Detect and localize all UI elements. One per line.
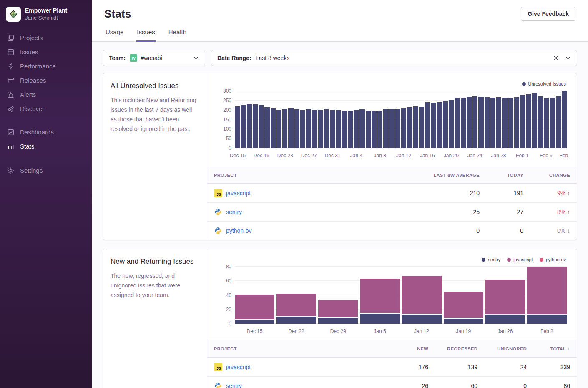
bar [508, 98, 513, 148]
arrow-up-icon: ↑ [567, 209, 570, 215]
sidebar-item-issues[interactable]: Issues [0, 45, 92, 59]
panel-new-returning-issues: New and Returning Issues The new, regres… [103, 249, 577, 388]
chevron-down-icon [565, 55, 571, 61]
org-logo-icon [9, 10, 18, 19]
project-cell: sentry [214, 203, 394, 221]
legend-dot [507, 258, 511, 262]
sidebar-item-performance[interactable]: Performance [0, 59, 92, 73]
x-axis: Dec 15Dec 22Dec 29Jan 5Jan 12Jan 19Jan 2… [235, 327, 567, 334]
y-tick-label: 0 [213, 146, 231, 151]
sidebar-item-stats[interactable]: Stats [0, 139, 92, 154]
org-switcher[interactable]: Empower Plant Jane Schmidt [0, 0, 92, 30]
bar-stack [485, 280, 525, 324]
project-link[interactable]: sentry [226, 209, 242, 215]
legend-label: python-ov [546, 257, 566, 262]
value-cell: 0 [477, 378, 527, 388]
value-cell: 339 [527, 359, 570, 375]
legend-item: python-ov [540, 257, 566, 262]
y-tick-label: 60 [213, 278, 231, 283]
bar-segment [527, 267, 567, 314]
bar [514, 97, 519, 148]
arrow-down-icon: ↓ [567, 227, 570, 234]
x-tick-label: Jan 8 [374, 153, 386, 159]
project-link[interactable]: javascript [226, 190, 251, 197]
bar [241, 105, 246, 148]
project-link[interactable]: sentry [226, 383, 242, 388]
value-cell: 191 [480, 185, 523, 202]
chevron-down-icon [193, 55, 199, 61]
project-link[interactable]: python-ov [226, 227, 251, 234]
sidebar-item-projects[interactable]: Projects [0, 31, 92, 45]
tab-issues[interactable]: Issues [136, 28, 155, 42]
change-cell: 9% ↑ [523, 185, 570, 202]
x-tick-label: Jan 4 [350, 153, 362, 159]
legend-item: javascript [507, 257, 533, 262]
bar-segment [318, 300, 358, 317]
project-link[interactable]: javascript [226, 364, 251, 370]
unresolved-issues-table: PROJECTLAST 8W AVERAGETODAYCHANGEJSjavas… [207, 167, 577, 240]
change-cell: 8% ↑ [523, 204, 570, 220]
app-root: Empower Plant Jane Schmidt ProjectsIssue… [0, 0, 588, 388]
filter-bar: Team: w #wasabi Date Range: Last 8 weeks [103, 50, 577, 66]
value-cell: 25 [394, 204, 480, 220]
bar [562, 91, 567, 148]
bar [395, 109, 400, 148]
x-tick-label: Jan 26 [485, 327, 525, 334]
legend-item: Unresolved Issues [522, 81, 566, 86]
bar [288, 108, 293, 148]
tab-usage[interactable]: Usage [105, 28, 124, 42]
bar [556, 96, 561, 148]
bar-segment [235, 320, 274, 324]
sidebar-item-alerts[interactable]: Alerts [0, 88, 92, 102]
bar [538, 96, 543, 148]
sidebar-item-label: Discover [20, 106, 44, 113]
bar [550, 98, 555, 148]
x-tick-label: Jan 28 [491, 153, 506, 159]
x-tick-label: Jan 12 [396, 153, 411, 159]
value-cell: 0 [480, 222, 523, 239]
bar [425, 102, 430, 148]
bar-segment [402, 315, 442, 324]
sidebar-item-releases[interactable]: Releases [0, 73, 92, 88]
y-tick-label: 200 [213, 108, 231, 113]
js-icon: JS [214, 363, 222, 371]
stats-icon [7, 143, 15, 150]
clear-date-icon[interactable] [553, 55, 558, 60]
x-tick-label: Jan 12 [402, 327, 442, 334]
chart-plot: 050100150200250300 [235, 91, 567, 148]
sidebar-item-settings[interactable]: Settings [0, 164, 92, 178]
table-row: sentry2660086 [207, 376, 577, 388]
sidebar-item-label: Alerts [20, 91, 36, 98]
bar [264, 107, 269, 148]
legend-dot [522, 82, 526, 86]
bar-series [235, 91, 567, 148]
change-cell: 0% ↓ [523, 222, 570, 239]
team-filter[interactable]: Team: w #wasabi [103, 50, 205, 66]
y-tick-label: 40 [213, 293, 231, 298]
bar [247, 104, 252, 148]
x-tick-label: Dec 15 [235, 327, 274, 334]
discover-icon [7, 105, 15, 113]
x-tick-label: Dec 15 [230, 153, 246, 159]
value-cell: 176 [382, 359, 428, 375]
column-header-regressed: REGRESSED [428, 341, 477, 357]
project-cell: python-ov [214, 222, 394, 240]
date-range-filter[interactable]: Date Range: Last 8 weeks [211, 50, 577, 66]
bar [449, 100, 454, 148]
give-feedback-button[interactable]: Give Feedback [521, 7, 575, 21]
stats-tabs: UsageIssuesHealth [104, 28, 575, 41]
bar [359, 109, 364, 148]
bar [276, 110, 281, 148]
bar-stack [444, 292, 483, 324]
bar [526, 94, 531, 148]
dashboards-icon [7, 128, 15, 136]
bar [253, 104, 258, 148]
column-header-total[interactable]: TOTAL ↓ [527, 340, 570, 357]
bar [461, 98, 466, 148]
x-tick-label: Feb 5 [540, 153, 553, 159]
bar [490, 98, 495, 148]
sidebar-item-dashboards[interactable]: Dashboards [0, 125, 92, 139]
sidebar-item-discover[interactable]: Discover [0, 102, 92, 116]
tab-health[interactable]: Health [168, 28, 187, 42]
bar [437, 102, 442, 149]
